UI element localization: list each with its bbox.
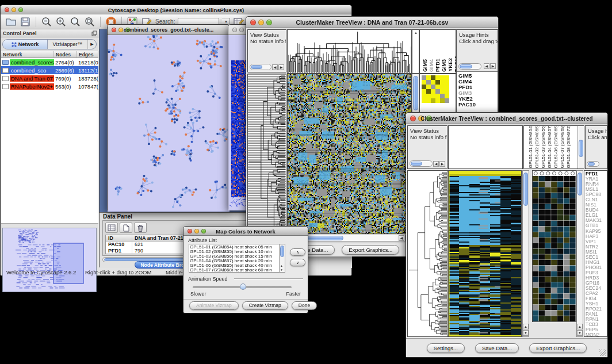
column-label[interactable]: GPL51-01 (GSM854) <box>527 126 534 168</box>
minimize-icon[interactable] <box>239 28 244 32</box>
dialog-button[interactable]: Animate Vizmap <box>189 301 239 310</box>
row-dendrogram-pane[interactable] <box>407 170 448 337</box>
move-up-button[interactable]: ∧ <box>290 248 305 256</box>
column-label[interactable]: GPL51-07 (GSM868) <box>559 126 565 168</box>
heatmap-canvas[interactable] <box>288 74 411 233</box>
zoom-in-icon[interactable] <box>55 16 67 28</box>
hscroll-thumb[interactable] <box>411 162 422 166</box>
network-row[interactable]: RNAPuberNov2+ 563(0) 107847(0) <box>1 82 98 90</box>
usage-hints-hscrollbar[interactable] <box>587 161 599 167</box>
scroll-right-icon[interactable]: ▶ <box>278 64 284 70</box>
dialog-title-bar[interactable]: Map Colors to Network <box>183 227 308 236</box>
zoom-heatmap-canvas[interactable] <box>533 171 576 321</box>
column-dendrogram-canvas[interactable] <box>288 30 411 73</box>
treeview2-action-button[interactable]: Settings... <box>427 343 465 353</box>
column-label[interactable]: GIM3 <box>441 59 447 72</box>
column-label[interactable]: GIM4 <box>429 59 434 72</box>
scroll-up-icon[interactable]: ▲ <box>280 264 283 267</box>
attribute-select-button[interactable] <box>105 223 118 233</box>
zoom-fit-icon[interactable] <box>84 16 95 28</box>
zoom-selected-icon[interactable] <box>70 16 81 28</box>
column-label[interactable]: GIM5 <box>422 59 428 72</box>
network-row[interactable]: DNA and Tran 07 769(0) 183728(0) <box>1 74 98 82</box>
scroll-down-icon[interactable]: ▼ <box>577 330 583 336</box>
row-dendrogram-pane[interactable] <box>247 74 286 241</box>
zoom-out-icon[interactable] <box>41 16 52 28</box>
column-label[interactable]: GPL51-03 (GSM856) <box>540 126 546 168</box>
scroll-up-icon[interactable]: ▲ <box>523 324 529 329</box>
float-panel-icon[interactable] <box>91 30 97 36</box>
attribute-listbox[interactable]: GPL51-01 (GSM854) heat shock 05 minGPL51… <box>189 244 285 273</box>
column-dendrogram-pane[interactable] <box>287 29 412 74</box>
scroll-left-icon[interactable]: ◀ <box>272 64 278 70</box>
slider-thumb[interactable] <box>240 283 246 290</box>
hscroll-thumb[interactable] <box>588 162 595 166</box>
view-status-hscrollbar[interactable] <box>410 160 433 167</box>
scroll-right-icon[interactable]: ▶ <box>439 161 445 167</box>
hscroll-thumb[interactable] <box>460 64 472 68</box>
heatmap-pane[interactable] <box>448 170 522 337</box>
open-icon[interactable] <box>5 16 17 28</box>
dialog-button[interactable]: Done <box>292 301 317 310</box>
scroll-down-icon[interactable]: ▼ <box>523 330 529 336</box>
tab-vizmapper[interactable]: VizMapper™ <box>48 40 88 49</box>
column-label[interactable]: YKE2 <box>447 58 453 72</box>
network-graph-canvas[interactable] <box>108 35 230 212</box>
vscroll-thumb[interactable] <box>577 173 582 196</box>
move-down-button[interactable]: ∨ <box>290 259 305 266</box>
usage-hints-hscrollbar[interactable] <box>458 63 481 70</box>
row-dendrogram-canvas[interactable] <box>408 171 447 336</box>
column-label[interactable]: GPL51-06 (GSM865) <box>553 126 559 168</box>
vscroll-thumb[interactable] <box>523 173 528 206</box>
delete-attribute-button[interactable] <box>134 223 147 233</box>
scroll-left-icon[interactable]: ◀ <box>484 63 489 69</box>
network-overview-panel[interactable] <box>2 228 97 292</box>
column-label[interactable]: GPL51-08 (GSM872) <box>565 126 572 168</box>
treeview1-title-bar[interactable]: ClusterMaker TreeView : DNA and Tran 07-… <box>246 17 498 28</box>
column-header-nodes[interactable]: Nodes <box>54 51 77 58</box>
column-header-edges[interactable]: Edges <box>77 51 98 58</box>
treeview1-action-button[interactable]: Export Graphics... <box>342 245 399 255</box>
main-title-bar[interactable]: Cytoscape Desktop (Session Name: collins… <box>1 5 351 14</box>
column-label[interactable]: GPL51-04 (GSM857) <box>546 126 553 168</box>
save-icon[interactable] <box>20 16 31 28</box>
treeview2-title-bar[interactable]: ClusterMaker TreeView : combined_scores_… <box>406 113 607 124</box>
heatmap-vscrollbar[interactable]: ▲ ▼ <box>522 170 529 337</box>
vscroll-thumb[interactable] <box>413 76 418 110</box>
network-row[interactable]: combined_scores 2764(0) 16218(0) <box>1 58 98 66</box>
zoom-matrix-canvas[interactable] <box>422 75 449 103</box>
close-icon[interactable] <box>232 28 237 32</box>
column-label[interactable]: GPL51-02 (GSM855) <box>534 126 540 168</box>
scroll-right-icon[interactable]: ▶ <box>490 63 496 69</box>
listbox-vscrollbar[interactable]: ▲ ▼ <box>279 244 285 272</box>
column-label[interactable]: PFD1 <box>435 59 441 72</box>
network-row[interactable]: combined_sco 2569(6) 13112(15) <box>1 66 98 74</box>
vscroll-thumb[interactable] <box>280 246 284 257</box>
network-view-title-bar[interactable]: combined_scores_good.txt--cluste... <box>108 25 230 35</box>
scroll-up-icon[interactable]: ▲ <box>577 324 583 329</box>
scroll-down-icon[interactable]: ▼ <box>280 268 283 271</box>
tab-overflow-button[interactable]: ▶ <box>88 40 96 49</box>
treeview2-action-button[interactable]: Export Graphics... <box>529 343 587 353</box>
scroll-left-icon[interactable]: ◀ <box>399 235 404 241</box>
resize-grip[interactable] <box>599 349 606 356</box>
hscroll-thumb[interactable] <box>251 65 262 69</box>
heatmap-canvas[interactable] <box>449 171 521 336</box>
treeview2-action-button[interactable]: Save Data... <box>475 343 519 353</box>
zoom-heatmap-pane[interactable] <box>532 170 576 322</box>
zoom-vscrollbar[interactable]: ▲ ▼ <box>576 170 583 337</box>
network-table-header[interactable]: Network Nodes Edges <box>1 51 98 58</box>
column-header-id[interactable]: ID <box>106 235 132 241</box>
row-dendrogram-canvas[interactable] <box>248 74 286 240</box>
new-attribute-button[interactable] <box>120 223 132 233</box>
column-labels-vscrollbar[interactable] <box>577 126 584 168</box>
dialog-button[interactable]: Create Vizmap <box>242 301 288 310</box>
row-label[interactable]: PAC10 <box>457 102 498 108</box>
gene-label[interactable]: MON2 <box>584 332 607 337</box>
attribute-item[interactable]: GPL51-07 (GSM868) heat shock 60 min <box>190 268 279 271</box>
view-status-hscrollbar[interactable] <box>250 64 271 70</box>
scroll-left-icon[interactable]: ◀ <box>433 161 439 167</box>
vscroll-thumb[interactable] <box>579 140 583 157</box>
heatmap-pane[interactable] <box>287 74 412 234</box>
column-header-network[interactable]: Network <box>1 51 54 58</box>
